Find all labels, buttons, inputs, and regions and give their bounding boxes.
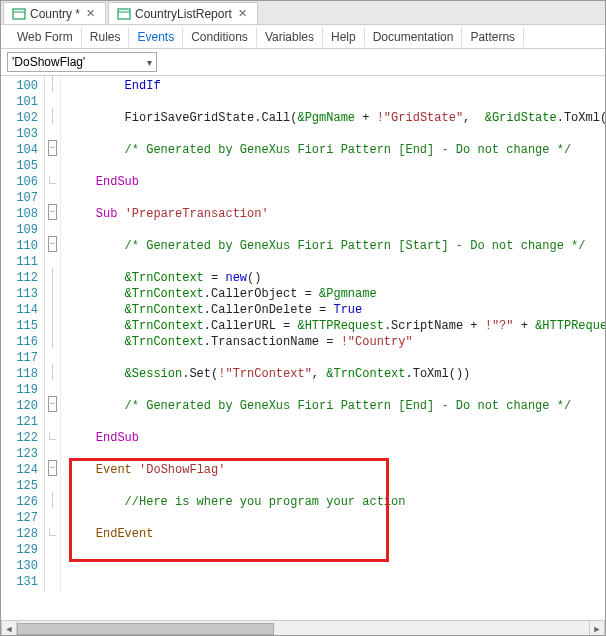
code-line[interactable]: &TrnContext.CallerURL = &HTTPRequest.Scr… xyxy=(67,318,605,334)
code-line[interactable] xyxy=(67,190,605,206)
code-line[interactable] xyxy=(67,158,605,174)
svg-rect-0 xyxy=(13,9,25,19)
code-editor[interactable]: 1001011021031041051061071081091101111121… xyxy=(1,76,605,620)
code-line[interactable]: &TrnContext.CallerOnDelete = True xyxy=(67,302,605,318)
code-line[interactable] xyxy=(67,350,605,366)
fold-toggle-icon[interactable]: − xyxy=(48,396,57,412)
code-line[interactable]: /* Generated by GeneXus Fiori Pattern [E… xyxy=(67,142,605,158)
fold-cell: − xyxy=(45,460,60,476)
code-line[interactable] xyxy=(67,446,605,462)
fold-cell: − xyxy=(45,236,60,252)
fold-cell xyxy=(45,252,60,268)
code-line[interactable]: EndSub xyxy=(67,430,605,446)
scroll-thumb[interactable] xyxy=(17,623,274,635)
member-dropdown-row: 'DoShowFlag' ▾ xyxy=(1,49,605,76)
code-line[interactable] xyxy=(67,414,605,430)
code-line[interactable]: Sub 'PrepareTransaction' xyxy=(67,206,605,222)
code-line[interactable] xyxy=(67,510,605,526)
line-number: 109 xyxy=(1,222,38,238)
code-line[interactable] xyxy=(67,542,605,558)
fold-cell: − xyxy=(45,140,60,156)
fold-toggle-icon[interactable]: − xyxy=(48,236,57,252)
code-line[interactable] xyxy=(67,222,605,238)
fold-cell xyxy=(45,508,60,524)
section-tab-variables[interactable]: Variables xyxy=(257,27,323,47)
fold-cell xyxy=(45,188,60,204)
line-number: 121 xyxy=(1,414,38,430)
section-tab-conditions[interactable]: Conditions xyxy=(183,27,257,47)
line-number: 103 xyxy=(1,126,38,142)
file-tab-label: Country * xyxy=(30,7,80,21)
section-tabbar: Web FormRulesEventsConditionsVariablesHe… xyxy=(1,25,605,49)
line-number: 104 xyxy=(1,142,38,158)
close-icon[interactable]: ✕ xyxy=(236,7,249,20)
chevron-down-icon: ▾ xyxy=(147,57,152,68)
fold-gutter: −−−−− xyxy=(45,76,61,592)
fold-cell xyxy=(45,492,60,508)
code-line[interactable] xyxy=(67,558,605,574)
code-line[interactable]: &TrnContext = new() xyxy=(67,270,605,286)
code-line[interactable] xyxy=(67,382,605,398)
scroll-left-icon[interactable]: ◄ xyxy=(1,621,17,637)
line-number: 106 xyxy=(1,174,38,190)
code-line[interactable] xyxy=(67,478,605,494)
close-icon[interactable]: ✕ xyxy=(84,7,97,20)
line-number: 110 xyxy=(1,238,38,254)
code-line[interactable] xyxy=(67,94,605,110)
object-icon xyxy=(117,7,131,21)
line-number: 120 xyxy=(1,398,38,414)
line-number: 115 xyxy=(1,318,38,334)
fold-cell xyxy=(45,364,60,380)
line-number: 125 xyxy=(1,478,38,494)
line-number: 112 xyxy=(1,270,38,286)
code-line[interactable]: &Session.Set(!"TrnContext", &TrnContext.… xyxy=(67,366,605,382)
line-number: 111 xyxy=(1,254,38,270)
fold-cell xyxy=(45,316,60,332)
code-line[interactable] xyxy=(67,126,605,142)
fold-cell xyxy=(45,524,60,540)
fold-cell xyxy=(45,284,60,300)
fold-cell xyxy=(45,556,60,572)
member-dropdown-value: 'DoShowFlag' xyxy=(12,55,85,69)
code-line[interactable] xyxy=(67,254,605,270)
section-tab-web-form[interactable]: Web Form xyxy=(9,27,82,47)
line-number: 126 xyxy=(1,494,38,510)
horizontal-scrollbar[interactable]: ◄ ► xyxy=(1,620,605,636)
code-line[interactable]: EndIf xyxy=(67,78,605,94)
fold-toggle-icon[interactable]: − xyxy=(48,460,57,476)
code-line[interactable]: /* Generated by GeneXus Fiori Pattern [E… xyxy=(67,398,605,414)
fold-cell xyxy=(45,220,60,236)
code-line[interactable]: &TrnContext.TransactionName = !"Country" xyxy=(67,334,605,350)
file-tab-0[interactable]: Country *✕ xyxy=(3,2,106,24)
fold-toggle-icon[interactable]: − xyxy=(48,140,57,156)
section-tab-patterns[interactable]: Patterns xyxy=(462,27,524,47)
scroll-track[interactable] xyxy=(17,621,589,636)
code-line[interactable]: //Here is where you program your action xyxy=(67,494,605,510)
line-number-gutter: 1001011021031041051061071081091101111121… xyxy=(1,76,45,592)
scroll-right-icon[interactable]: ► xyxy=(589,621,605,637)
member-dropdown[interactable]: 'DoShowFlag' ▾ xyxy=(7,52,157,72)
line-number: 101 xyxy=(1,94,38,110)
fold-cell xyxy=(45,380,60,396)
section-tab-documentation[interactable]: Documentation xyxy=(365,27,463,47)
fold-toggle-icon[interactable]: − xyxy=(48,204,57,220)
fold-cell xyxy=(45,572,60,588)
line-number: 102 xyxy=(1,110,38,126)
fold-cell xyxy=(45,92,60,108)
code-line[interactable] xyxy=(67,574,605,590)
code-line[interactable]: &TrnContext.CallerObject = &Pgmname xyxy=(67,286,605,302)
code-line[interactable]: EndEvent xyxy=(67,526,605,542)
line-number: 127 xyxy=(1,510,38,526)
code-line[interactable]: Event 'DoShowFlag' xyxy=(67,462,605,478)
code-lines[interactable]: EndIf FioriSaveGridState.Call(&PgmName +… xyxy=(61,76,605,592)
section-tab-rules[interactable]: Rules xyxy=(82,27,130,47)
code-line[interactable]: /* Generated by GeneXus Fiori Pattern [S… xyxy=(67,238,605,254)
line-number: 118 xyxy=(1,366,38,382)
file-tab-1[interactable]: CountryListReport✕ xyxy=(108,2,258,24)
line-number: 117 xyxy=(1,350,38,366)
fold-cell xyxy=(45,540,60,556)
code-line[interactable]: EndSub xyxy=(67,174,605,190)
code-line[interactable]: FioriSaveGridState.Call(&PgmName + !"Gri… xyxy=(67,110,605,126)
section-tab-events[interactable]: Events xyxy=(129,27,183,47)
section-tab-help[interactable]: Help xyxy=(323,27,365,47)
